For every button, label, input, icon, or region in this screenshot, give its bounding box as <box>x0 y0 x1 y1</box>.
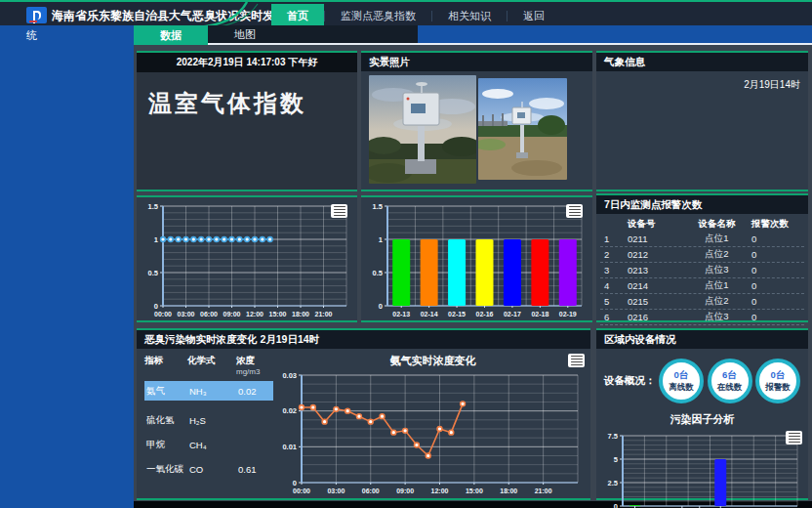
alarm-table: 设备号 设备名称 报警次数 10211 点位10 20212 点位20 3021… <box>596 214 808 325</box>
svg-text:12:00: 12:00 <box>246 311 264 318</box>
table-row: 50215 点位20 <box>600 294 804 310</box>
svg-text:1.5: 1.5 <box>148 202 158 211</box>
svg-text:2.5: 2.5 <box>608 479 618 487</box>
svg-text:03:00: 03:00 <box>178 311 195 318</box>
table-row: 30213 点位30 <box>600 263 804 278</box>
view-tabs: 数据 地图 <box>134 25 418 45</box>
tab-data[interactable]: 数据 <box>134 25 208 45</box>
svg-text:18:00: 18:00 <box>500 487 517 494</box>
svg-text:0.01: 0.01 <box>282 443 297 451</box>
panel-device-status: 区域内设备情况 设备概况： 0台 离线数 6台 在线数 0台 报警数 污染因子分… <box>596 328 808 500</box>
unit-label: mg/m3 <box>236 367 279 376</box>
pollutant-panel-title: 恶臭污染物实时浓度变化 2月19日14时 <box>137 330 590 349</box>
station-photo-2[interactable] <box>478 78 567 180</box>
datetime-text: 2022年2月19日 14:17:03 下午好 <box>137 53 357 72</box>
table-row: 60216 点位30 <box>600 310 804 325</box>
pollution-factors-chart: 02.557.5氨气硫化氢甲烷一氧化碳 <box>598 429 804 508</box>
svg-text:02-19: 02-19 <box>559 311 577 318</box>
panel-greeting: 2022年2月19日 14:17:03 下午好 温室气体指数 <box>137 51 357 191</box>
svg-text:02-14: 02-14 <box>421 311 438 318</box>
svg-text:0: 0 <box>293 479 297 487</box>
alarm-table-title: 7日内监测点报警次数 <box>596 195 808 214</box>
left-sidebar: 统 <box>0 25 134 508</box>
device-overview: 设备概况： 0台 离线数 6台 在线数 0台 报警数 <box>596 349 808 405</box>
svg-text:18:00: 18:00 <box>292 311 309 318</box>
pollutant-row-ch4[interactable]: 甲烷 CH₄ <box>144 435 273 454</box>
stat-ring-offline: 0台 离线数 <box>659 359 704 403</box>
stat-ring-alarm: 0台 报警数 <box>755 359 800 403</box>
svg-text:1: 1 <box>154 235 158 244</box>
device-panel-title: 区域内设备情况 <box>596 330 808 349</box>
overview-label: 设备概况： <box>604 374 659 388</box>
station-photo-1-image <box>369 75 476 184</box>
table-row: 40214 点位10 <box>600 278 804 294</box>
pollutant-row-co[interactable]: 一氧化碳 CO 0.61 <box>144 459 273 479</box>
main-nav: 首页 监测点恶臭指数 相关知识 返回 <box>271 4 560 27</box>
chart-menu-icon[interactable] <box>568 354 585 367</box>
panel-photos: 实景照片 <box>361 51 592 191</box>
svg-text:21:00: 21:00 <box>535 487 552 494</box>
svg-text:0: 0 <box>379 302 383 311</box>
swoosh-decoration <box>193 2 269 27</box>
nav-item-odor-index[interactable]: 监测点恶臭指数 <box>325 4 431 27</box>
chart-menu-icon[interactable] <box>331 204 347 218</box>
svg-text:0: 0 <box>614 502 618 508</box>
svg-text:7.5: 7.5 <box>608 432 618 441</box>
svg-text:0.03: 0.03 <box>282 371 297 380</box>
panel-index-trend: 00.511.500:0003:0006:0009:0012:0015:0018… <box>137 195 357 322</box>
table-row: 20212 点位20 <box>600 247 804 263</box>
svg-text:02-15: 02-15 <box>448 311 466 318</box>
svg-text:21:00: 21:00 <box>315 311 333 318</box>
pollutant-row-h2s[interactable]: 硫化氢 H₂S <box>144 410 273 430</box>
header-blue-band <box>418 25 812 45</box>
panel-pollutant-concentration: 恶臭污染物实时浓度变化 2月19日14时 指标 化学式 浓度mg/m3 氨气 N… <box>137 328 590 500</box>
chart-menu-icon[interactable] <box>566 204 583 218</box>
svg-text:02-13: 02-13 <box>392 311 410 318</box>
photos-title: 实景照片 <box>361 53 592 71</box>
svg-text:06:00: 06:00 <box>200 311 218 318</box>
svg-text:02-17: 02-17 <box>504 311 521 318</box>
pollutant-table-header: 指标 化学式 浓度mg/m3 <box>144 355 273 376</box>
table-row: 10211 点位10 <box>600 232 804 247</box>
svg-text:15:00: 15:00 <box>269 311 287 318</box>
nh3-chart-title: 氨气实时浓度变化 <box>275 349 590 368</box>
svg-text:02-16: 02-16 <box>476 311 494 318</box>
svg-text:0.5: 0.5 <box>148 269 158 277</box>
svg-text:09:00: 09:00 <box>223 311 241 318</box>
svg-text:0.5: 0.5 <box>373 269 383 277</box>
svg-text:0: 0 <box>154 302 158 311</box>
chart-menu-icon[interactable] <box>786 431 802 444</box>
pollution-factor-title: 污染因子分析 <box>596 412 808 427</box>
app-logo-icon <box>26 7 47 23</box>
panel-daily-index: 00.511.502-1302-1402-1502-1602-1702-1802… <box>361 195 592 322</box>
nav-item-knowledge[interactable]: 相关知识 <box>432 4 507 27</box>
greenhouse-gas-index-headline: 温室气体指数 <box>137 72 357 135</box>
daily-index-chart: 00.511.502-1302-1402-1502-1602-1702-1802… <box>363 199 589 318</box>
svg-text:03:00: 03:00 <box>327 487 345 494</box>
svg-text:15:00: 15:00 <box>466 487 483 494</box>
index-trend-chart: 00.511.500:0003:0006:0009:0012:0015:0018… <box>139 199 353 318</box>
pollutant-row-nh3[interactable]: 氨气 NH₃ 0.02 <box>144 381 273 401</box>
pollutant-table: 指标 化学式 浓度mg/m3 氨气 NH₃ 0.02 硫化氢 H₂S 甲烷 CH… <box>137 349 275 498</box>
svg-text:02-18: 02-18 <box>531 311 548 318</box>
svg-text:09:00: 09:00 <box>396 487 414 494</box>
svg-text:00:00: 00:00 <box>293 487 310 494</box>
alarm-table-header: 设备号 设备名称 报警次数 <box>600 216 804 232</box>
svg-text:1.5: 1.5 <box>373 202 383 211</box>
station-photo-1[interactable] <box>369 75 476 184</box>
sidebar-label: 统 <box>0 25 134 43</box>
weather-time: 2月19日14时 <box>744 78 800 92</box>
svg-text:1: 1 <box>379 235 383 244</box>
svg-text:12:00: 12:00 <box>431 487 449 494</box>
svg-text:5: 5 <box>614 455 618 464</box>
nh3-trend-chart: 00.010.020.0300:0003:0006:0009:0012:0015… <box>277 368 585 495</box>
weather-title: 气象信息 <box>596 53 808 71</box>
nav-item-home[interactable]: 首页 <box>271 4 324 27</box>
top-navbar: 海南省乐东黎族自治县大气恶臭状况实时发布系 首页 监测点恶臭指数 相关知识 返回 <box>0 0 812 25</box>
tab-map[interactable]: 地图 <box>208 25 282 43</box>
svg-text:0.02: 0.02 <box>282 406 297 415</box>
svg-text:06:00: 06:00 <box>362 487 380 494</box>
station-photo-2-image <box>478 78 567 180</box>
nav-item-back[interactable]: 返回 <box>508 4 560 27</box>
svg-text:00:00: 00:00 <box>154 311 172 318</box>
